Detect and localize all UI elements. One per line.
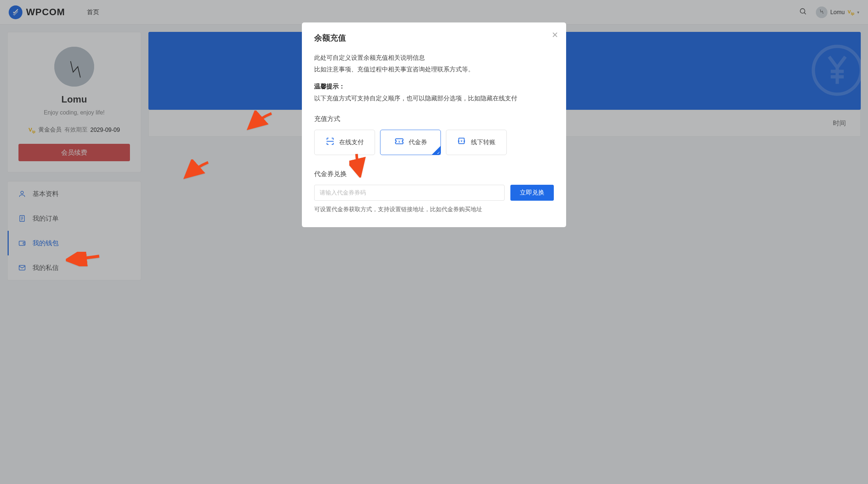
method-transfer[interactable]: ¥ 线下转账 — [446, 130, 507, 155]
exchange-button[interactable]: 立即兑换 — [510, 185, 554, 201]
method-online-pay[interactable]: 在线支付 — [314, 130, 375, 155]
modal-description: 此处可自定义设置余额充值相关说明信息 比如注意事项、充值过程中相关事宜咨询处理联… — [314, 52, 554, 76]
method-coupon[interactable]: ¥ 代金券 — [380, 130, 441, 155]
coupon-input[interactable] — [314, 185, 505, 201]
svg-text:¥: ¥ — [460, 139, 463, 143]
method-title: 充值方式 — [314, 114, 554, 123]
method-label: 在线支付 — [339, 138, 364, 146]
tip-title: 温馨提示： — [314, 82, 554, 91]
desc-line: 比如注意事项、充值过程中相关事宜咨询处理联系方式等。 — [314, 64, 554, 75]
method-label: 线下转账 — [471, 138, 496, 146]
method-label: 代金券 — [409, 138, 427, 146]
transfer-icon: ¥ — [457, 137, 467, 148]
tip-body: 以下充值方式可支持自定义顺序，也可以隐藏部分选项，比如隐藏在线支付 — [314, 93, 554, 104]
svg-text:¥: ¥ — [398, 140, 400, 143]
coupon-title: 代金券兑换 — [314, 170, 554, 178]
ticket-icon: ¥ — [394, 136, 404, 148]
modal-overlay[interactable]: ✕ 余额充值 此处可自定义设置余额充值相关说明信息 比如注意事项、充值过程中相关… — [0, 0, 868, 288]
modal-title: 余额充值 — [314, 33, 554, 43]
coupon-row: 立即兑换 — [314, 185, 554, 201]
desc-line: 此处可自定义设置余额充值相关说明信息 — [314, 52, 554, 64]
close-icon[interactable]: ✕ — [552, 30, 558, 40]
coupon-help: 可设置代金券获取方式，支持设置链接地址，比如代金券购买地址 — [314, 206, 554, 213]
recharge-modal: ✕ 余额充值 此处可自定义设置余额充值相关说明信息 比如注意事项、充值过程中相关… — [302, 22, 566, 227]
scan-icon — [325, 137, 335, 148]
method-row: 在线支付 ¥ 代金券 ¥ 线下转账 — [314, 130, 554, 155]
